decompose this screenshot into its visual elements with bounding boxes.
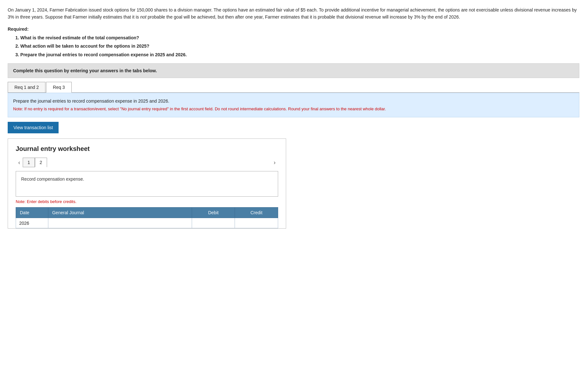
col-general-journal: General Journal bbox=[48, 208, 192, 218]
tabs-row: Req 1 and 2 Req 3 bbox=[8, 82, 579, 93]
instruction-box: Prepare the journal entries to record co… bbox=[8, 93, 579, 117]
row-debit[interactable] bbox=[192, 218, 235, 228]
req-num-2: 2. bbox=[15, 43, 19, 49]
view-transaction-button[interactable]: View transaction list bbox=[8, 122, 59, 133]
required-item-3: 3. Prepare the journal entries to record… bbox=[15, 51, 579, 58]
complete-banner: Complete this question by entering your … bbox=[8, 63, 579, 78]
table-row: 2026 bbox=[16, 218, 278, 228]
tab-req-3[interactable]: Req 3 bbox=[46, 82, 71, 93]
entry-tabs-row: ‹ 1 2 › bbox=[16, 158, 278, 167]
req-text-3: Prepare the journal entries to record co… bbox=[20, 52, 187, 57]
instruction-note: Note: If no entry is required for a tran… bbox=[13, 106, 574, 113]
general-journal-input[interactable] bbox=[48, 218, 192, 228]
prev-entry-arrow[interactable]: ‹ bbox=[16, 158, 23, 167]
col-credit: Credit bbox=[235, 208, 278, 218]
req-num-3: 3. bbox=[15, 52, 19, 57]
required-section: Required: 1. What is the revised estimat… bbox=[8, 27, 579, 58]
req-num-1: 1. bbox=[15, 35, 19, 40]
record-label: Record compensation expense. bbox=[21, 176, 84, 182]
intro-paragraph: On January 1, 2024, Farmer Fabrication i… bbox=[8, 6, 579, 21]
col-date: Date bbox=[16, 208, 48, 218]
instruction-main: Prepare the journal entries to record co… bbox=[13, 98, 574, 105]
intro-text-2: probable the goal will be achieved, but … bbox=[148, 14, 460, 20]
next-entry-arrow[interactable]: › bbox=[271, 158, 278, 167]
row-date: 2026 bbox=[16, 218, 48, 228]
row-general-journal[interactable] bbox=[48, 218, 192, 228]
req-text-2: What action will be taken to account for… bbox=[20, 43, 149, 49]
note-debits: Note: Enter debits before credits. bbox=[16, 199, 278, 204]
worksheet-card: Journal entry worksheet ‹ 1 2 › Record c… bbox=[8, 138, 286, 229]
credit-input[interactable] bbox=[235, 218, 278, 228]
entry-tab-1[interactable]: 1 bbox=[23, 158, 35, 167]
journal-table: Date General Journal Debit Credit 2026 bbox=[16, 207, 278, 228]
required-label: Required: bbox=[8, 27, 579, 32]
intro-italic: not bbox=[140, 14, 146, 20]
tab-req-1-and-2[interactable]: Req 1 and 2 bbox=[8, 82, 45, 92]
debit-input[interactable] bbox=[192, 218, 235, 228]
table-header-row: Date General Journal Debit Credit bbox=[16, 208, 278, 218]
required-item-1: 1. What is the revised estimate of the t… bbox=[15, 34, 579, 41]
record-label-box: Record compensation expense. bbox=[16, 171, 278, 197]
col-debit: Debit bbox=[192, 208, 235, 218]
worksheet-title: Journal entry worksheet bbox=[16, 145, 278, 153]
entry-tab-2[interactable]: 2 bbox=[35, 158, 47, 167]
required-item-2: 2. What action will be taken to account … bbox=[15, 43, 579, 50]
req-text-1: What is the revised estimate of the tota… bbox=[20, 35, 139, 40]
row-credit[interactable] bbox=[235, 218, 278, 228]
required-list: 1. What is the revised estimate of the t… bbox=[8, 34, 579, 58]
